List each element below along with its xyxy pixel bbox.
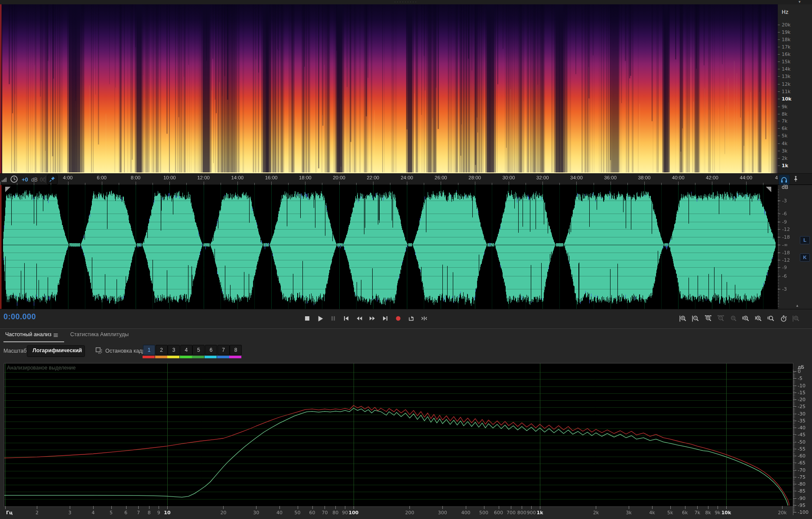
freq-tick-label: 6 xyxy=(124,510,127,516)
frame-hold-button-1[interactable]: 1 xyxy=(143,345,155,355)
frequency-plot-canvas[interactable] xyxy=(4,363,792,506)
freq-tick-label: 2 xyxy=(36,510,39,516)
tab-frequency-analysis[interactable]: Частотный анализ xyxy=(5,331,52,337)
panel-grip-dots-icon[interactable]: ········· xyxy=(374,0,438,4)
freq-tick-label: 9 xyxy=(157,510,160,516)
db-minor-tick xyxy=(778,234,779,234)
hz-label: 13k xyxy=(782,74,790,79)
panel-drag-strip[interactable]: ········· ▾ xyxy=(0,0,812,4)
zoom-to-playhead-button[interactable] xyxy=(779,315,788,324)
freq-tick-label: 5k xyxy=(667,510,673,516)
freq-tick xyxy=(138,506,139,509)
timeline-tick xyxy=(509,182,509,185)
loop-playback-button[interactable] xyxy=(406,315,416,324)
scale-dropdown[interactable]: Логарифмический xyxy=(27,345,85,357)
zoom-in-amplitude-button[interactable] xyxy=(678,315,688,324)
waveform-canvas[interactable] xyxy=(0,185,778,309)
fast-forward-button[interactable] xyxy=(367,315,377,324)
timeline-tick xyxy=(68,182,68,185)
timeline-tick xyxy=(611,182,611,185)
play-button[interactable] xyxy=(315,315,325,324)
spectrogram-canvas[interactable] xyxy=(0,4,778,173)
scroll-arrow-icon[interactable]: ▲ xyxy=(796,304,799,308)
timeline-tick xyxy=(373,182,374,185)
panel-menu-icon[interactable]: ▾ xyxy=(799,0,801,4)
zoom-in-time-button[interactable] xyxy=(703,315,713,324)
db-major-tick xyxy=(778,245,780,245)
frame-hold-button-2[interactable]: 2 xyxy=(156,345,168,355)
channel-button-k[interactable]: K xyxy=(800,253,810,262)
channel-button-l[interactable]: L xyxy=(800,236,810,244)
frame-hold-button-6[interactable]: 6 xyxy=(205,345,217,355)
db-minor-tick xyxy=(778,246,779,246)
db-minor-tick xyxy=(778,274,779,275)
skip-to-start-button[interactable] xyxy=(341,315,351,324)
freq-tick xyxy=(345,506,345,509)
amplitude-ruler[interactable]: dB -3-6-9-12-18-∞-18-12-9-6-3 xyxy=(778,185,800,309)
tab-amplitude-statistics[interactable]: Статистика Амплитуды xyxy=(70,331,129,337)
audition-window: ········· ▾ Hz 20k19k18k17k16k15k14k13k1… xyxy=(0,0,812,519)
frame-hold-color-bar xyxy=(229,356,241,358)
db-axis-tick xyxy=(793,496,795,497)
db-minor-tick xyxy=(778,235,779,235)
frame-hold-button-3[interactable]: 3 xyxy=(168,345,180,355)
db-axis-tick xyxy=(793,453,795,454)
timeline-ruler[interactable]: 4:006:008:0010:0012:0014:0016:0018:0020:… xyxy=(0,174,778,185)
playhead[interactable] xyxy=(0,4,1,173)
zoom-out-point-button[interactable] xyxy=(754,315,763,324)
db-minor-tick xyxy=(778,280,779,281)
skip-selection-button[interactable] xyxy=(419,315,429,324)
db-minor-tick xyxy=(778,195,779,196)
db-axis-label: -40 xyxy=(798,425,806,431)
frame-hold-button-7[interactable]: 7 xyxy=(218,345,230,355)
chevron-down-icon xyxy=(76,348,82,356)
hz-tick xyxy=(778,39,780,40)
marker-pin-icon[interactable] xyxy=(793,175,799,184)
db-axis-tick xyxy=(793,456,796,456)
db-axis-tick xyxy=(793,470,796,470)
db-minor-tick xyxy=(778,279,779,279)
corner-handle-left[interactable] xyxy=(5,187,11,192)
frame-hold-button-5[interactable]: 5 xyxy=(192,345,205,355)
zoom-to-selection-button[interactable] xyxy=(766,315,776,324)
copy-frame-icon[interactable] xyxy=(95,347,103,356)
hz-tick xyxy=(778,151,780,151)
monitor-button[interactable] xyxy=(779,175,790,185)
freq-tick xyxy=(354,506,354,509)
db-minor-tick xyxy=(778,289,779,290)
frame-hold-button-8[interactable]: 8 xyxy=(230,345,242,355)
frequency-ruler[interactable]: Hz 20k19k18k17k16k15k14k13k12k11k10k9k8k… xyxy=(778,4,800,173)
playhead[interactable] xyxy=(0,185,1,309)
db-axis-label: -35 xyxy=(798,418,806,423)
db-axis-tick xyxy=(793,408,795,409)
db-minor-tick xyxy=(778,271,779,272)
db-axis-tick xyxy=(793,440,795,441)
db-axis-label: -55 xyxy=(798,446,806,451)
freq-tick xyxy=(629,506,629,509)
corner-handle-right[interactable] xyxy=(766,187,771,192)
db-major-tick xyxy=(778,222,780,222)
zoom-in-point-button[interactable] xyxy=(741,315,750,324)
zoom-out-full-button[interactable] xyxy=(728,315,738,324)
db-axis-tick xyxy=(793,450,795,451)
frame-hold-button-4[interactable]: 4 xyxy=(180,345,192,355)
time-display[interactable]: 0:00.000 xyxy=(3,312,36,321)
stop-button[interactable] xyxy=(302,315,312,324)
record-button[interactable] xyxy=(393,315,403,324)
freq-tick-label: 10 xyxy=(164,510,170,516)
pause-button[interactable] xyxy=(328,315,338,324)
zoom-out-amplitude-button[interactable] xyxy=(691,315,700,324)
db-minor-tick xyxy=(778,218,779,219)
db-axis-tick xyxy=(793,502,795,503)
hz-tick xyxy=(778,158,780,159)
freq-tick-label: 5 xyxy=(110,510,113,516)
tab-menu-icon[interactable] xyxy=(53,332,59,340)
rewind-button[interactable] xyxy=(354,315,364,324)
db-axis-tick xyxy=(793,442,796,442)
zoom-out-time-button[interactable] xyxy=(716,315,725,324)
hz-label: 17k xyxy=(782,44,790,50)
zoom-reset-button[interactable] xyxy=(791,315,801,324)
db-minor-tick xyxy=(778,227,779,228)
db-label: -3 xyxy=(782,198,787,204)
skip-to-end-button[interactable] xyxy=(380,315,390,324)
